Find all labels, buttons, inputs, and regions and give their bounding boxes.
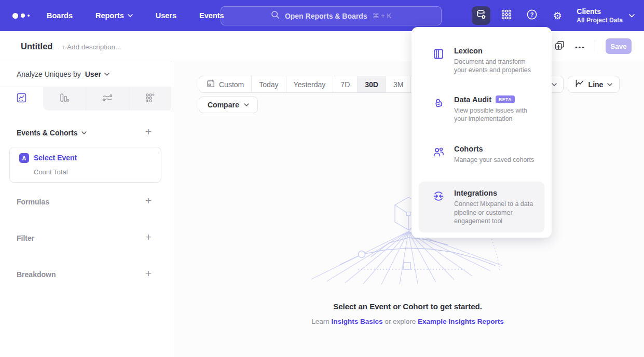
add-event-button[interactable]: +: [143, 127, 154, 138]
data-management-icon: [475, 9, 487, 22]
beta-badge: BETA: [496, 95, 515, 103]
compare-dropdown[interactable]: Compare: [199, 97, 258, 113]
global-search-input[interactable]: Open Reports & Boards ⌘ + K: [221, 6, 442, 25]
add-filter-button[interactable]: +: [143, 232, 154, 243]
date-range-bar: Custom Today Yesterday 7D 30D 3M 6M: [199, 76, 436, 93]
report-title[interactable]: Untitled: [21, 42, 52, 51]
line-icon: [575, 79, 584, 89]
project-name: All Project Data: [577, 17, 623, 24]
data-audit-icon: [432, 95, 445, 123]
svg-text:?: ?: [530, 11, 534, 18]
chevron-down-icon: [128, 14, 133, 17]
chevron-down-icon: [629, 14, 635, 18]
chart-type-dropdown[interactable]: Line: [568, 76, 620, 93]
org-name: Clients: [577, 7, 623, 16]
query-builder-sidebar: Analyze Uniques by User: [0, 61, 171, 357]
add-formula-button[interactable]: +: [143, 196, 154, 207]
empty-state-heading: Select an Event or Cohort to get started…: [171, 302, 644, 311]
integrations-icon: [432, 189, 445, 225]
date-range-3m[interactable]: 3M: [386, 76, 410, 92]
count-total-label[interactable]: Count Total: [34, 168, 68, 176]
select-event-card[interactable]: A Select Event Count Total: [9, 147, 161, 183]
analyze-label: Analyze Uniques by: [17, 70, 81, 78]
calendar-icon: [207, 79, 215, 89]
menu-item-lexicon[interactable]: Lexicon Document and transform your even…: [419, 39, 544, 82]
tab-bar-chart[interactable]: [43, 87, 86, 111]
bar-chart-icon: [59, 92, 70, 105]
gear-icon: ⚙: [553, 11, 562, 21]
data-management-menu: Lexicon Document and transform your even…: [412, 27, 552, 238]
analyze-by-dropdown[interactable]: User: [85, 70, 109, 78]
add-description-field[interactable]: + Add description...: [61, 43, 121, 51]
search-placeholder: Open Reports & Boards: [285, 12, 367, 20]
nav-item-boards[interactable]: Boards: [47, 11, 73, 20]
mixpanel-logo-icon[interactable]: [12, 13, 35, 19]
search-icon: [271, 10, 280, 21]
metrics-grid-icon: [145, 92, 156, 105]
select-event-label: Select Event: [34, 154, 77, 162]
chevron-down-icon: [607, 83, 612, 86]
menu-item-cohorts[interactable]: Cohorts Manage your saved cohorts: [419, 138, 544, 171]
settings-button[interactable]: ⚙: [548, 6, 567, 25]
tab-flow[interactable]: [86, 87, 129, 111]
event-series-badge: A: [19, 153, 29, 163]
chart-type-tabbar: [0, 87, 171, 110]
chevron-down-icon: [552, 83, 557, 86]
date-range-yesterday[interactable]: Yesterday: [286, 76, 333, 92]
help-icon: ?: [526, 9, 538, 22]
apps-grid-icon: [501, 9, 512, 22]
report-canvas: Custom Today Yesterday 7D 30D 3M 6M Line…: [171, 61, 644, 357]
tab-line-chart[interactable]: [0, 87, 43, 111]
save-button[interactable]: Save: [606, 38, 632, 54]
duplicate-report-button[interactable]: [555, 40, 565, 52]
menu-item-integrations[interactable]: Integrations Connect Mixpanel to a data …: [419, 182, 544, 232]
apps-grid-button[interactable]: [497, 6, 516, 25]
empty-state-subtext: Learn Insights Basics or explore Example…: [171, 318, 644, 325]
more-options-button[interactable]: [575, 42, 584, 51]
divider: [595, 40, 595, 52]
insights-basics-link[interactable]: Insights Basics: [331, 318, 382, 325]
data-management-button[interactable]: [472, 6, 490, 25]
date-range-30d[interactable]: 30D: [357, 76, 386, 92]
duplicate-icon: [555, 40, 565, 52]
nav-item-reports[interactable]: Reports: [95, 11, 133, 20]
project-switcher[interactable]: Clients All Project Data: [577, 7, 635, 24]
events-cohorts-section-header[interactable]: Events & Cohorts: [17, 129, 87, 137]
cohorts-icon: [432, 145, 445, 164]
tab-metrics[interactable]: [129, 87, 172, 111]
date-range-custom[interactable]: Custom: [199, 76, 251, 92]
add-breakdown-button[interactable]: +: [143, 269, 154, 279]
breakdown-section-header: Breakdown: [17, 270, 56, 279]
menu-item-data-audit[interactable]: Data Audit BETA View possible issues wit…: [419, 88, 544, 131]
help-button[interactable]: ?: [523, 6, 541, 25]
flow-icon: [102, 92, 113, 105]
example-reports-link[interactable]: Example Insights Reports: [418, 318, 504, 325]
chevron-down-icon: [81, 131, 87, 134]
search-shortcut: ⌘ + K: [373, 12, 392, 20]
lexicon-icon: [432, 47, 445, 75]
formulas-section-header: Formulas: [17, 198, 49, 206]
date-range-today[interactable]: Today: [251, 76, 285, 92]
chevron-down-icon: [104, 73, 109, 76]
line-chart-icon: [16, 92, 27, 105]
nav-item-users[interactable]: Users: [156, 11, 176, 20]
top-navigation: Boards Reports Users Events Open Reports…: [0, 0, 644, 31]
date-range-7d[interactable]: 7D: [333, 76, 357, 92]
chevron-down-icon: [244, 103, 249, 106]
ellipsis-icon: [575, 42, 584, 51]
filter-section-header: Filter: [17, 234, 34, 242]
